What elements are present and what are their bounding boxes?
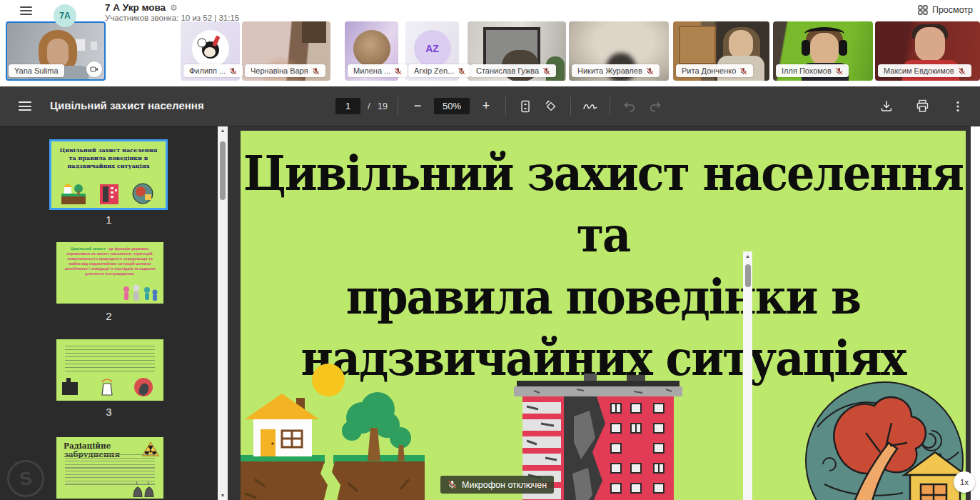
video-tile-rita-donchenko[interactable]: Рита Донченко — [673, 21, 769, 81]
redo-icon — [648, 99, 662, 114]
pdf-menu-icon[interactable] — [19, 101, 31, 111]
view-switcher[interactable]: Просмотр — [918, 5, 973, 15]
pdf-document-title: Цивільний захист населення — [50, 99, 204, 111]
participant-name-badge: Станислав Гужва — [470, 64, 556, 77]
video-tile-illia-pokhomov[interactable]: Ілля Похомов — [773, 21, 873, 81]
slide-title: Цивільний захист населення та правила по… — [241, 143, 966, 390]
zoom-speed-button[interactable]: 1x — [954, 471, 975, 493]
avatar-initials: AZ — [414, 30, 451, 67]
print-button[interactable] — [913, 97, 931, 116]
undo-icon — [622, 99, 637, 114]
thumbnail-1-illustrations — [51, 182, 166, 205]
video-tile-nikita-zhuravlev[interactable]: Никита Журавлев — [569, 21, 669, 81]
muted-mic-icon — [312, 67, 320, 75]
fit-to-page-button[interactable] — [516, 97, 535, 116]
print-icon — [915, 99, 930, 114]
zoom-in-button[interactable]: + — [477, 97, 495, 116]
skype-call-window: 7А 7 А Укр мова⚙ Участников звонка: 10 и… — [0, 0, 980, 500]
more-options-button[interactable] — [949, 97, 967, 116]
avatar — [192, 30, 229, 67]
video-tile-milena[interactable]: Милена ... — [345, 21, 398, 81]
fit-to-page-icon — [518, 99, 532, 114]
zoom-out-button[interactable]: − — [408, 97, 427, 116]
muted-mic-icon — [394, 67, 402, 75]
participant-name-badge: Чернавіна Варя — [245, 64, 325, 77]
muted-mic-icon — [542, 67, 550, 75]
thumbnail-2-text: Цивільний захист - це функція держави, с… — [56, 242, 163, 276]
participant-name-badge: Yana Sulima — [9, 64, 64, 77]
thumbnail-1-label: 1 — [0, 214, 218, 226]
zoom-level-input[interactable]: 50% — [434, 98, 470, 114]
muted-mic-icon — [739, 67, 747, 75]
pdf-toolbar: Цивільний захист населення 1 / 19 − 50% … — [0, 86, 980, 126]
pdf-viewer: Цивільний захист населення та правила по… — [228, 126, 971, 500]
participant-name-badge: Рита Донченко — [676, 64, 753, 77]
sidebar-scrollbar-thumb[interactable] — [220, 141, 226, 200]
download-button[interactable] — [877, 97, 896, 116]
video-tile-yana-sulima[interactable]: Yana Sulima — [6, 21, 106, 81]
rotate-button[interactable] — [542, 97, 560, 116]
muted-mic-icon — [448, 480, 457, 489]
view-label: Просмотр — [932, 5, 973, 15]
camera-toggle-button[interactable] — [86, 61, 102, 77]
cartoon-avatar — [192, 30, 229, 67]
earthquake-house-illustration — [241, 386, 433, 500]
video-tile-maksim-evdokimov[interactable]: Максим Евдокимов — [875, 21, 980, 81]
muted-mic-icon — [458, 67, 465, 75]
viewer-scrollbar-thumb[interactable] — [745, 264, 751, 287]
muted-mic-icon — [229, 67, 237, 75]
camera-icon — [90, 65, 98, 74]
muted-mic-icon — [646, 67, 654, 75]
nuclear-plant-doodle — [131, 481, 159, 497]
muted-mic-icon — [835, 67, 843, 75]
participant-name-badge: Милена ... — [348, 64, 408, 77]
slide-thumbnail-3[interactable] — [56, 339, 163, 401]
muted-mic-icon — [958, 67, 966, 75]
participant-name-badge: Филипп ... — [183, 64, 243, 77]
thumbnail-2-people — [121, 284, 161, 302]
redo-button[interactable] — [646, 97, 665, 116]
draw-ink-icon — [582, 99, 598, 114]
participant-name-badge: Arxip Zen... — [408, 64, 471, 77]
video-tile-arxip-zen[interactable]: AZ Arxip Zen... — [405, 21, 459, 81]
video-tile-filipp[interactable]: Филипп ... — [181, 21, 240, 81]
thumbnail-3-label: 3 — [0, 406, 218, 418]
slide-thumbnail-1[interactable]: Цивільний захист населення та правила по… — [51, 141, 166, 208]
video-tile-chernavina-varya[interactable]: Чернавіна Варя — [242, 21, 330, 81]
slide-page-1: Цивільний захист населення та правила по… — [241, 131, 966, 500]
thumbnail-3-illustrations — [61, 376, 159, 398]
participant-name-badge: Ілля Похомов — [776, 64, 849, 77]
kebab-menu-icon — [951, 100, 964, 113]
undo-button[interactable] — [620, 97, 639, 116]
settings-gear-icon[interactable]: ⚙ — [170, 3, 178, 13]
draw-ink-button[interactable] — [581, 97, 600, 116]
page-separator: / — [368, 101, 370, 111]
app-menu-icon[interactable] — [20, 6, 32, 15]
video-tile-stanislav-guzhva[interactable]: Станислав Гужва — [468, 21, 566, 81]
call-participants-status: Участников звонка: 10 из 52 | 31:15 — [105, 14, 239, 22]
thumbnail-2-label: 2 — [0, 310, 218, 322]
participant-name-badge: Никита Журавлев — [572, 64, 660, 77]
windstorm-tree-illustration — [803, 377, 966, 500]
scroll-up-arrow[interactable]: ▲ — [743, 254, 752, 259]
page-count: 19 — [378, 101, 388, 111]
slide-thumbnail-2[interactable]: Цивільний захист - це функція держави, с… — [56, 242, 163, 304]
participant-name-badge: Максим Евдокимов — [878, 64, 971, 77]
viewer-scrollbar[interactable]: ▲ ▼ — [743, 251, 752, 500]
rotate-icon — [544, 99, 558, 114]
mic-muted-toast: Микрофон отключен — [440, 476, 554, 494]
scroll-down-arrow[interactable]: ▼ — [218, 493, 228, 498]
download-icon — [879, 99, 894, 114]
call-header: 7А 7 А Укр мова⚙ Участников звонка: 10 и… — [0, 0, 980, 21]
thumbnail-sidebar: Цивільний захист населення та правила по… — [0, 126, 218, 500]
avatar — [353, 30, 390, 67]
thumbnail-3-textlines — [65, 346, 155, 371]
call-title: 7 А Укр мова⚙ — [105, 2, 178, 13]
scroll-up-arrow[interactable]: ▲ — [218, 128, 228, 133]
grid-view-icon — [918, 5, 928, 15]
sidebar-scrollbar[interactable]: ▲ ▼ — [218, 126, 228, 500]
thumbnail-1-title: Цивільний захист населення та правила по… — [51, 141, 166, 170]
slide-thumbnail-4[interactable]: Радіаційне забруднення — [56, 437, 163, 499]
group-avatar[interactable]: 7А — [54, 4, 76, 27]
page-number-input[interactable]: 1 — [335, 98, 360, 114]
